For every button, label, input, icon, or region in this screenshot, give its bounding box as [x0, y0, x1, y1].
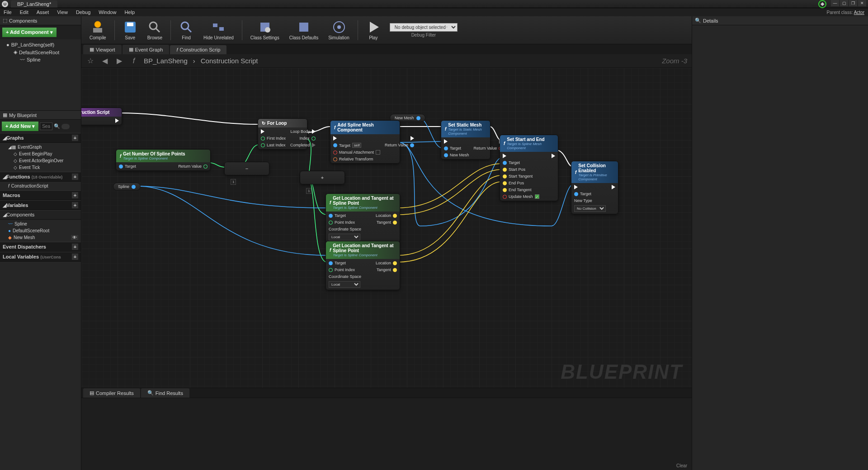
menu-asset[interactable]: Asset	[37, 9, 49, 15]
component-spline[interactable]: 〰 Spline	[0, 56, 81, 63]
maximize-button[interactable]: ▢	[840, 0, 848, 6]
section-functions[interactable]: ◢Functions (18 Overridable)+	[0, 172, 81, 182]
coord-space-select-1[interactable]: Local	[329, 234, 360, 240]
add-graph-icon[interactable]: +	[72, 135, 78, 141]
node-for-loop[interactable]: ↻ For Loop First Index Last Index Loop B…	[258, 118, 307, 150]
hide-unrelated-button[interactable]: Hide Unrelated	[199, 18, 238, 43]
graph-canvas[interactable]: Construction Script fGet Number Of Splin…	[81, 68, 692, 388]
tab-compiler-results[interactable]: ▤ Compiler Results	[83, 388, 140, 398]
details-panel-header: 🔍 Details	[692, 16, 868, 25]
subtract-input[interactable]: 1	[231, 179, 236, 185]
section-macros[interactable]: Macros+	[0, 190, 81, 200]
section-variables[interactable]: ◢Variables+	[0, 200, 81, 210]
node-add[interactable]: +	[300, 171, 345, 184]
collision-type-select[interactable]: No Collision	[574, 205, 606, 212]
menu-file[interactable]: File	[4, 9, 12, 15]
restore-button[interactable]: ❐	[849, 0, 857, 6]
menu-edit[interactable]: Edit	[20, 9, 28, 15]
node-add-spline-mesh[interactable]: f Add Spline Mesh Component Target self …	[330, 120, 400, 164]
tab-construction-script[interactable]: f Construction Scrip	[170, 45, 226, 54]
zoom-label: Zoom -3	[662, 57, 687, 65]
nav-back-icon[interactable]: ◀	[100, 56, 109, 66]
var-pill-spline[interactable]: Spline	[113, 183, 141, 191]
component-scene-root[interactable]: ◈ DefaultSceneRoot	[0, 48, 81, 56]
compile-button[interactable]: Compile	[85, 18, 111, 43]
menu-view[interactable]: View	[57, 9, 68, 15]
add-variable-icon[interactable]: +	[72, 202, 78, 208]
nav-forward-icon[interactable]: ▶	[115, 56, 124, 66]
svg-rect-9	[219, 27, 224, 31]
event-beginplay[interactable]: ◇ Event BeginPlay	[0, 150, 81, 157]
myblueprint-header: ▦ My Blueprint	[0, 111, 81, 120]
tab-event-graph[interactable]: ▦ Event Graph	[123, 45, 170, 54]
add-input[interactable]: 1	[306, 188, 311, 194]
title-tab[interactable]: BP_LanSheng*	[11, 0, 57, 8]
components-panel-header: ⬚ Components	[0, 16, 81, 25]
svg-point-6	[181, 22, 189, 29]
var-scene-root[interactable]: ● DefaultSceneRoot	[0, 227, 81, 234]
svg-line-5	[156, 28, 160, 32]
node-get-loc-tangent-2[interactable]: fGet Location and Tangent at Spline Poin…	[326, 241, 400, 290]
svg-rect-12	[299, 23, 308, 32]
class-settings-button[interactable]: Class Settings	[246, 18, 284, 43]
minimize-button[interactable]: —	[831, 0, 839, 6]
node-construction-script[interactable]: Construction Script	[81, 108, 122, 125]
event-actorbeginover[interactable]: ◇ Event ActorBeginOver	[0, 157, 81, 164]
favorite-icon[interactable]: ☆	[86, 56, 95, 66]
debug-object-select[interactable]: No debug object selected ▾	[390, 23, 458, 32]
breadcrumb-sep: ›	[193, 57, 195, 65]
component-self[interactable]: ● BP_LanSheng(self)	[0, 41, 81, 48]
section-graphs[interactable]: ◢Graphs+	[0, 133, 81, 143]
function-constructionscript[interactable]: f ConstructionScript	[0, 183, 81, 189]
var-spline[interactable]: 〰 Spline	[0, 221, 81, 227]
find-button[interactable]: Find	[175, 18, 198, 43]
add-function-icon[interactable]: +	[72, 174, 78, 180]
node-subtract[interactable]: −	[224, 162, 269, 175]
svg-rect-1	[93, 28, 102, 33]
menu-window[interactable]: Window	[99, 9, 116, 15]
node-set-collision[interactable]: fSet Collision EnabledTarget is Primitiv…	[571, 161, 618, 214]
menubar: File Edit Asset View Debug Window Help P…	[0, 8, 868, 16]
add-dispatcher-icon[interactable]: +	[72, 244, 78, 250]
add-new-button[interactable]: + Add New ▾	[2, 122, 38, 131]
breadcrumb-graph[interactable]: Construction Script	[201, 57, 258, 65]
class-defaults-button[interactable]: Class Defaults	[285, 18, 323, 43]
save-button[interactable]: Save	[118, 18, 142, 43]
blueprint-watermark: BLUEPRINT	[561, 361, 683, 383]
tab-find-results[interactable]: 🔍 Find Results	[141, 388, 189, 398]
tab-viewport[interactable]: ▦ Viewport	[83, 45, 122, 54]
simulation-button[interactable]: Simulation	[324, 18, 354, 43]
add-local-icon[interactable]: +	[72, 254, 78, 260]
section-dispatchers[interactable]: Event Dispatchers+	[0, 242, 81, 252]
node-get-num-spline-points[interactable]: fGet Number Of Spline PointsTarget is Sp…	[116, 149, 211, 171]
coord-space-select-2[interactable]: Local	[329, 281, 360, 288]
node-get-loc-tangent-1[interactable]: fGet Location and Tangent at Spline Poin…	[326, 193, 400, 243]
section-locals[interactable]: Local Variables (UserCons+	[0, 252, 81, 262]
play-button[interactable]: Play	[362, 18, 385, 43]
view-options-icon[interactable]	[61, 124, 70, 129]
menu-debug[interactable]: Debug	[76, 9, 90, 15]
source-control-icon[interactable]: ◆	[818, 0, 826, 8]
output-panel: Clear	[81, 398, 692, 470]
myblueprint-search[interactable]	[40, 122, 52, 130]
add-component-button[interactable]: + Add Component ▾	[2, 28, 57, 37]
node-set-static-mesh[interactable]: fSet Static MeshTarget is Static Mesh Co…	[441, 120, 491, 160]
search-icon[interactable]: 🔍	[54, 123, 60, 129]
section-components-vars[interactable]: ◢Components	[0, 210, 81, 220]
graph-eventgraph[interactable]: ◢▦ EventGraph	[0, 144, 81, 150]
node-set-start-end[interactable]: fSet Start and EndTarget is Spline Mesh …	[500, 135, 558, 201]
close-button[interactable]: ✕	[858, 0, 866, 6]
var-new-mesh[interactable]: ◆ New Mesh 👁	[0, 234, 81, 241]
svg-point-4	[150, 22, 157, 29]
breadcrumb-bp[interactable]: BP_LanSheng	[144, 57, 188, 65]
browse-button[interactable]: Browse	[143, 18, 167, 43]
event-tick[interactable]: ◇ Event Tick	[0, 164, 81, 171]
add-macro-icon[interactable]: +	[72, 192, 78, 198]
svg-rect-3	[127, 23, 133, 26]
function-icon: f	[129, 56, 138, 66]
svg-rect-8	[213, 24, 217, 27]
parent-class-label: Parent class: Actor	[827, 10, 864, 15]
clear-button[interactable]: Clear	[676, 463, 687, 468]
parent-class-link[interactable]: Actor	[854, 10, 864, 15]
menu-help[interactable]: Help	[124, 9, 135, 15]
